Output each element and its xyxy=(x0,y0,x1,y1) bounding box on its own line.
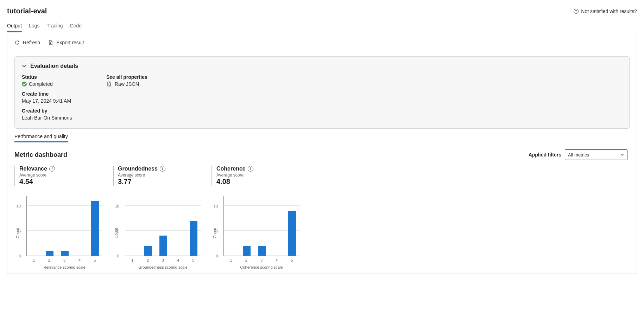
y-tick: 10 xyxy=(115,204,119,208)
created-by-label: Created by xyxy=(22,108,82,114)
x-tick: 5 xyxy=(91,258,99,262)
chart-relevance: Count051012345Relevance scoring scale xyxy=(14,196,102,270)
x-tick: 2 xyxy=(45,258,53,262)
x-tick: 4 xyxy=(76,258,83,262)
x-tick: 4 xyxy=(174,258,182,262)
evaluation-details-card: Evaluation details Status Completed Crea… xyxy=(14,56,630,129)
y-tick: 0 xyxy=(216,254,218,258)
chevron-down-icon xyxy=(620,153,624,157)
page-title: tutorial-eval xyxy=(7,7,47,15)
tab-tracing[interactable]: Tracing xyxy=(46,21,63,32)
x-tick: 3 xyxy=(258,258,265,262)
metric-avg-label-coherence: Average score xyxy=(216,173,299,178)
metric-card-groundedness: GroundednessAverage score3.77Count051012… xyxy=(113,166,201,270)
metrics-filter-value: All metrics xyxy=(568,152,589,158)
file-json-icon xyxy=(106,81,112,87)
evaluation-details-title: Evaluation details xyxy=(30,63,78,69)
export-button[interactable]: Export result xyxy=(48,38,84,47)
chart-groundedness: Count051012345Groundedness scoring scale xyxy=(113,196,201,270)
status-value: Completed xyxy=(29,81,53,87)
bar xyxy=(243,246,251,256)
evaluation-details-toggle[interactable]: Evaluation details xyxy=(22,63,622,69)
created-by-value: Leah Bar-On Simmons xyxy=(22,115,82,121)
tab-bar: Output Logs Tracing Code xyxy=(7,21,637,32)
metric-title-relevance: Relevance xyxy=(19,166,47,172)
tab-code[interactable]: Code xyxy=(70,21,82,32)
bar xyxy=(159,236,167,256)
svg-point-1 xyxy=(576,12,576,12)
x-tick: 1 xyxy=(227,258,235,262)
x-tick: 3 xyxy=(61,258,68,262)
y-tick: 0 xyxy=(117,254,119,258)
x-axis-label: Relevance scoring scale xyxy=(26,265,102,269)
refresh-icon xyxy=(14,40,20,45)
toolbar: Refresh Export result xyxy=(7,36,637,49)
metric-avg-value-relevance: 4.54 xyxy=(19,178,102,186)
info-icon[interactable] xyxy=(160,166,165,172)
check-circle-icon xyxy=(22,82,27,86)
applied-filters-label: Applied filters xyxy=(529,152,561,158)
tab-logs[interactable]: Logs xyxy=(29,21,39,32)
y-tick: 5 xyxy=(216,229,218,233)
create-time-value: May 17, 2024 9:41 AM xyxy=(22,98,82,104)
bar xyxy=(46,251,53,256)
status-label: Status xyxy=(22,74,82,80)
metric-title-coherence: Coherence xyxy=(216,166,246,172)
x-tick: 3 xyxy=(159,258,167,262)
metric-avg-value-coherence: 4.08 xyxy=(216,178,299,186)
metric-title-groundedness: Groundedness xyxy=(118,166,158,172)
x-tick: 1 xyxy=(129,258,137,262)
bar xyxy=(61,251,69,256)
refresh-label: Refresh xyxy=(23,40,40,45)
info-icon[interactable] xyxy=(248,166,253,172)
chevron-down-icon xyxy=(22,64,27,69)
bar xyxy=(190,221,197,256)
export-icon xyxy=(48,40,53,45)
metric-avg-label-groundedness: Average score xyxy=(118,173,201,178)
x-tick: 4 xyxy=(273,258,280,262)
bar xyxy=(144,246,152,256)
metric-dashboard-title: Metric dashboard xyxy=(14,151,67,159)
y-tick: 0 xyxy=(19,254,21,258)
raw-json-link[interactable]: Raw JSON xyxy=(106,81,166,87)
x-tick: 2 xyxy=(242,258,250,262)
feedback-label: Not satisfied with results? xyxy=(581,8,637,14)
x-tick: 1 xyxy=(30,258,38,262)
bar xyxy=(91,201,99,256)
info-icon[interactable] xyxy=(49,166,55,172)
export-label: Export result xyxy=(56,40,84,45)
y-tick: 10 xyxy=(17,204,21,208)
bar xyxy=(258,246,266,256)
y-tick: 5 xyxy=(117,229,119,233)
y-tick: 10 xyxy=(214,204,218,208)
raw-json-label: Raw JSON xyxy=(115,81,139,87)
x-tick: 5 xyxy=(189,258,197,262)
metric-card-relevance: RelevanceAverage score4.54Count051012345… xyxy=(14,166,102,270)
metrics-row: RelevanceAverage score4.54Count051012345… xyxy=(14,166,630,274)
metric-avg-value-groundedness: 3.77 xyxy=(118,178,201,186)
metric-card-coherence: CoherenceAverage score4.08Count051012345… xyxy=(211,166,299,270)
chart-coherence: Count051012345Coherence scoring scale xyxy=(211,196,299,270)
tab-output[interactable]: Output xyxy=(7,21,22,32)
x-axis-label: Coherence scoring scale xyxy=(223,265,299,269)
subtab-performance-quality[interactable]: Performance and quality xyxy=(14,134,68,142)
x-tick: 2 xyxy=(144,258,152,262)
x-tick: 5 xyxy=(288,258,296,262)
metric-avg-label-relevance: Average score xyxy=(19,173,102,178)
y-tick: 5 xyxy=(19,229,21,233)
help-icon xyxy=(573,8,579,14)
create-time-label: Create time xyxy=(22,91,82,97)
feedback-link[interactable]: Not satisfied with results? xyxy=(573,8,637,14)
bar xyxy=(288,211,296,256)
metrics-filter-select[interactable]: All metrics xyxy=(565,149,627,160)
x-axis-label: Groundedness scoring scale xyxy=(125,265,201,269)
refresh-button[interactable]: Refresh xyxy=(14,38,40,47)
properties-label: See all properties xyxy=(106,74,166,80)
